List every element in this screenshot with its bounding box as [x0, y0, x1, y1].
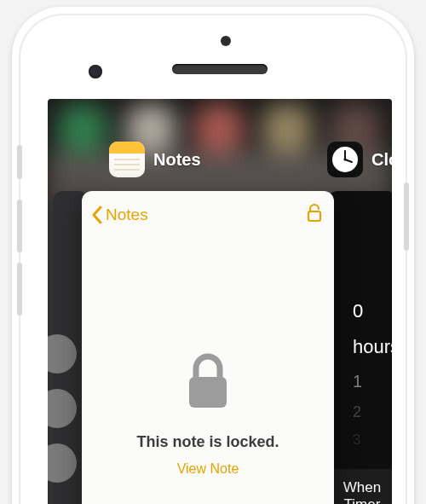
power-button-icon [404, 182, 409, 251]
clock-icon [327, 142, 363, 177]
back-button[interactable]: Notes [90, 206, 148, 224]
switcher-label-text: Notes [153, 150, 201, 170]
switcher-label-notes[interactable]: Notes [109, 142, 201, 177]
background-circle-icon [48, 389, 77, 428]
svg-rect-5 [189, 377, 227, 408]
notes-nav-bar: Notes [82, 191, 334, 234]
switcher-label-clock[interactable]: Clock [327, 142, 392, 177]
background-circle-icon [48, 443, 77, 483]
lock-large-icon [181, 351, 234, 418]
when-timer-ends-row[interactable]: When Timer Ends [327, 469, 392, 504]
volume-up-button-icon [17, 200, 22, 252]
chevron-left-icon [90, 206, 104, 224]
picker-faded-value: 2 [353, 397, 392, 426]
mute-switch-icon [17, 145, 22, 179]
back-button-label: Notes [106, 206, 148, 224]
device-inner: Notes Clock [19, 14, 407, 504]
device-frame: Notes Clock [12, 7, 414, 504]
notes-body: This note is locked. View Note [82, 234, 334, 477]
switcher-label-text: Clock [371, 150, 392, 170]
viewport: Notes Clock [0, 0, 426, 504]
svg-point-3 [343, 158, 346, 160]
picker-faded-value: 1 [353, 365, 392, 397]
lock-icon[interactable] [305, 203, 324, 227]
notes-icon [109, 142, 145, 177]
timer-hours-value: 0 [353, 300, 363, 322]
svg-rect-4 [308, 211, 320, 221]
picker-faded-value: 3 [353, 426, 392, 454]
view-note-button[interactable]: View Note [82, 461, 334, 477]
timer-picker[interactable]: 0 hours 1 2 3 [327, 191, 392, 454]
timer-hours-unit: hours [353, 336, 392, 357]
sensor-dot-icon [221, 36, 231, 46]
volume-down-button-icon [17, 263, 22, 316]
front-camera-icon [89, 65, 102, 78]
speaker-grille-icon [172, 64, 268, 74]
when-timer-ends-label: When Timer Ends [343, 479, 381, 504]
switcher-card-notes[interactable]: Notes This note is locked. View Note [82, 191, 334, 504]
locked-message: This note is locked. [82, 433, 334, 451]
switcher-card-clock[interactable]: 0 hours 1 2 3 When Timer Ends Cancel [327, 191, 392, 504]
screen: Notes Clock [48, 99, 392, 504]
background-circle-icon [48, 334, 77, 374]
